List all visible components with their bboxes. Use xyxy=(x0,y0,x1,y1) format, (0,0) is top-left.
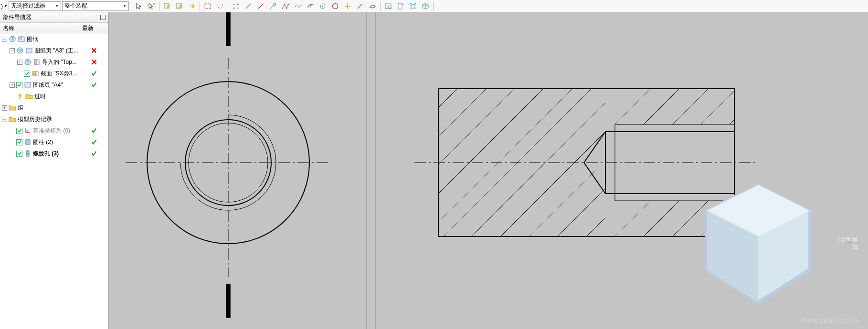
status-outdated-icon xyxy=(80,59,108,65)
svg-point-6 xyxy=(237,3,238,5)
free-select-icon[interactable] xyxy=(214,1,226,11)
tree-label: 图纸页 "A4" xyxy=(33,81,63,89)
tree-label: 图纸页 "A3" (工... xyxy=(34,47,78,55)
fit-all-icon[interactable] xyxy=(407,1,419,11)
svg-line-24 xyxy=(358,4,362,9)
checkbox-icon[interactable] xyxy=(16,128,22,134)
folder-icon xyxy=(9,115,16,123)
selection-filter-label: 无选择过滤器 xyxy=(11,2,45,10)
tree-row-threaded-hole[interactable]: 螺纹孔 (3) xyxy=(0,148,108,159)
svg-line-91 xyxy=(730,120,734,124)
svg-point-16 xyxy=(288,3,289,5)
clock-icon xyxy=(16,47,24,54)
selection-filter-dropdown[interactable]: 无选择过滤器 ▼ xyxy=(9,1,61,11)
tangent-line-icon[interactable] xyxy=(267,1,279,11)
sketch-star1-icon[interactable] xyxy=(161,1,173,11)
line-tool-red-icon[interactable] xyxy=(255,1,266,11)
circle-center-icon[interactable] xyxy=(317,1,328,11)
arc-tool-icon[interactable] xyxy=(305,1,316,11)
svg-line-51 xyxy=(26,130,29,133)
checkbox-icon[interactable] xyxy=(16,139,22,145)
sketch-star3-icon[interactable] xyxy=(186,1,198,11)
tree-row-obsolete[interactable]: ? 过时 xyxy=(0,91,108,102)
svg-line-73 xyxy=(584,132,605,163)
svg-line-78 xyxy=(438,89,515,165)
svg-rect-28 xyxy=(411,4,415,8)
question-icon: ? xyxy=(16,93,24,100)
status-uptodate-icon xyxy=(80,150,108,157)
line-tool-icon[interactable] xyxy=(243,1,254,11)
watermark: 3D世界网 WWW.3DSJW.COM xyxy=(685,170,858,324)
dropdown-arrow-icon: ▼ xyxy=(123,4,127,8)
tree-row-datum-csys[interactable]: 基准坐标系 (0) xyxy=(0,125,108,136)
status-uptodate-icon xyxy=(80,127,108,134)
expander-icon[interactable]: + xyxy=(2,105,7,111)
view-cube-icon[interactable] xyxy=(420,1,431,11)
tree-label: 过时 xyxy=(34,93,46,101)
cylinder-icon xyxy=(24,138,32,146)
folder-icon xyxy=(9,104,16,112)
svg-rect-4 xyxy=(205,4,211,9)
tree-row-section-sx[interactable]: 截面 "SX@3... xyxy=(0,68,108,79)
expander-icon[interactable]: − xyxy=(10,48,15,53)
expander-icon[interactable]: + xyxy=(17,60,22,65)
tree-label: 圆柱 (2) xyxy=(33,138,53,146)
navigator-tree[interactable]: − 图纸 − 图纸页 "A3" (工... + 导入的 "Top xyxy=(0,33,108,329)
curve-tool-icon[interactable] xyxy=(367,1,378,11)
tree-row-sheet-a4[interactable]: + 图纸页 "A4" xyxy=(0,79,108,91)
menu-dropdown-icon[interactable]: ▼ xyxy=(4,4,8,8)
expander-icon[interactable]: − xyxy=(2,37,7,42)
panel-dock-icon[interactable] xyxy=(100,15,106,20)
column-latest-header[interactable]: 最新 xyxy=(79,23,108,33)
tree-label: 导入的 "Top... xyxy=(42,58,77,66)
expander-icon[interactable]: − xyxy=(2,117,7,122)
part-navigator-panel: 部件导航器 名称 最新 − 图纸 − 图纸页 "A3" (工... xyxy=(0,12,109,329)
column-name-header[interactable]: 名称 xyxy=(0,23,79,33)
sheet-icon xyxy=(18,35,25,43)
status-outdated-icon xyxy=(80,47,108,54)
checkbox-icon[interactable] xyxy=(16,82,22,88)
view-sheet-icon[interactable] xyxy=(395,1,406,11)
svg-rect-65 xyxy=(226,284,230,318)
expander-icon[interactable]: + xyxy=(10,82,15,88)
rect-select-icon[interactable] xyxy=(202,1,213,11)
svg-text:?: ? xyxy=(18,93,21,100)
zoom-fit-icon[interactable] xyxy=(382,1,394,11)
svg-line-74 xyxy=(584,163,605,194)
svg-point-7 xyxy=(233,7,234,9)
checkbox-icon[interactable] xyxy=(24,71,30,77)
svg-rect-27 xyxy=(398,3,402,9)
sketch-star2-icon[interactable] xyxy=(174,1,185,11)
cursor-tool-alt-icon[interactable] xyxy=(146,1,157,11)
tree-label: 基准坐标系 (0) xyxy=(33,127,70,135)
tree-row-imported-top[interactable]: + 导入的 "Top... xyxy=(0,56,108,68)
checkbox-icon[interactable] xyxy=(16,151,22,157)
drawing-canvas[interactable]: 3D世界网 WWW.3DSJW.COM xyxy=(109,12,868,329)
assembly-scope-dropdown[interactable]: 整个装配 ▼ xyxy=(62,1,129,11)
tree-row-sheet-a3[interactable]: − 图纸页 "A3" (工... xyxy=(0,45,108,56)
tree-row-model-history[interactable]: − 模型历史记录 xyxy=(0,113,108,125)
tree-row-cylinder[interactable]: 圆柱 (2) xyxy=(0,136,108,148)
svg-point-3 xyxy=(177,7,178,9)
sheet-icon xyxy=(24,81,32,89)
cube-logo-icon xyxy=(685,170,832,318)
polyline-icon[interactable] xyxy=(280,1,291,11)
threaded-hole-icon xyxy=(24,150,32,157)
svg-point-13 xyxy=(282,7,284,9)
svg-point-8 xyxy=(237,7,238,9)
spline-icon[interactable] xyxy=(292,1,304,11)
watermark-name: 3D世界网 xyxy=(836,236,858,252)
tree-row-drawing[interactable]: − 图纸 xyxy=(0,33,108,45)
tree-row-group[interactable]: + 组 xyxy=(0,102,108,113)
status-uptodate-icon xyxy=(80,70,108,77)
menu-truncated[interactable]: ) xyxy=(1,3,3,10)
snap-points-icon[interactable] xyxy=(230,1,242,11)
svg-rect-47 xyxy=(25,82,31,87)
svg-line-87 xyxy=(615,89,651,124)
circle-icon[interactable] xyxy=(329,1,341,11)
diag-line-icon[interactable] xyxy=(354,1,366,11)
svg-line-9 xyxy=(246,4,251,9)
cross-point-icon[interactable] xyxy=(342,1,353,11)
dropdown-arrow-icon: ▼ xyxy=(55,4,59,8)
cursor-tool-icon[interactable] xyxy=(133,1,145,11)
